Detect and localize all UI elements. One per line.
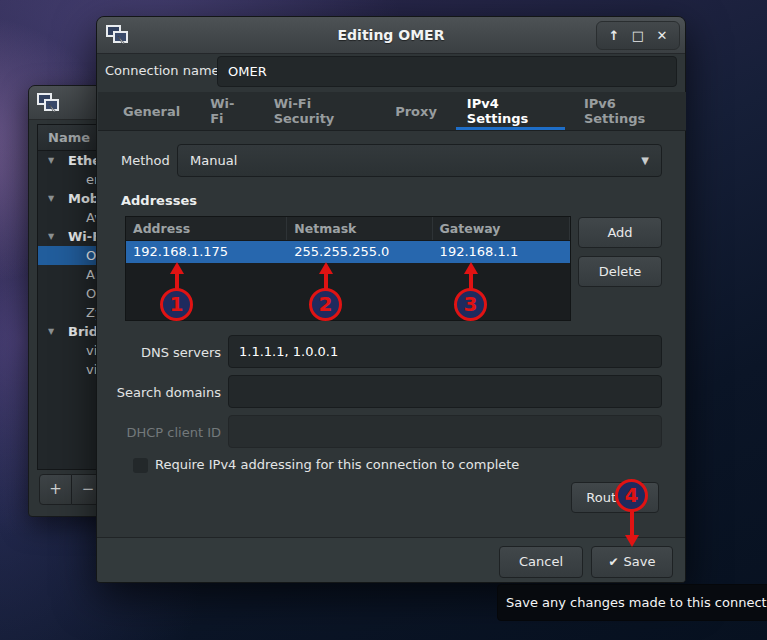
expander-icon[interactable]: ▼ <box>48 227 54 246</box>
shade-window-icon[interactable]: ↑ <box>603 25 625 47</box>
maximize-window-icon[interactable]: □ <box>627 25 649 47</box>
tab-ipv6-settings[interactable]: IPv6 Settings <box>569 92 686 130</box>
column-address[interactable]: Address <box>126 217 287 240</box>
require-ipv4-checkbox[interactable] <box>133 458 148 473</box>
annotation-marker-4: 4 <box>615 479 648 512</box>
desktop: Name ▼Ethernet enp ▼Mobile Ave ▼Wi-Fi OM… <box>0 0 767 640</box>
save-tooltip: Save any changes made to this connection… <box>497 584 767 621</box>
save-button[interactable]: ✔Save <box>591 546 673 578</box>
address-row-selected[interactable]: 192.168.1.175 255.255.255.0 192.168.1.1 <box>126 241 570 263</box>
addresses-section-label: Addresses <box>121 193 197 208</box>
annotation-marker-1: 1 <box>160 288 193 321</box>
network-manager-icon <box>36 91 60 115</box>
require-ipv4-label: Require IPv4 addressing for this connect… <box>155 457 519 472</box>
dns-servers-input[interactable]: 1.1.1.1, 1.0.0.1 <box>228 335 662 368</box>
add-address-button[interactable]: Add <box>578 217 662 248</box>
gateway-cell[interactable]: 192.168.1.1 <box>433 241 570 263</box>
method-label: Method <box>121 153 170 168</box>
delete-address-button[interactable]: Delete <box>578 256 662 287</box>
window-controls: ↑ □ ✕ <box>596 21 680 50</box>
annotation-arrow-2 <box>317 262 335 290</box>
tab-general[interactable]: General <box>108 92 195 130</box>
annotation-arrow-1 <box>168 262 186 290</box>
search-domains-input[interactable] <box>228 375 662 408</box>
settings-tabbar: General Wi-Fi Wi-Fi Security Proxy IPv4 … <box>98 92 686 131</box>
tab-wifi-security[interactable]: Wi-Fi Security <box>259 92 381 130</box>
netmask-cell[interactable]: 255.255.255.0 <box>287 241 432 263</box>
expander-icon[interactable]: ▼ <box>48 322 54 341</box>
connection-name-label: Connection name <box>105 63 220 78</box>
dialog-titlebar[interactable]: Editing OMER ↑ □ ✕ <box>97 17 685 54</box>
search-domains-label: Search domains <box>97 385 221 400</box>
expander-icon[interactable]: ▼ <box>48 189 54 208</box>
dhcp-client-id-input <box>228 415 662 448</box>
annotation-arrow-4 <box>623 511 641 547</box>
tab-ipv4-settings[interactable]: IPv4 Settings <box>452 92 569 130</box>
column-gateway[interactable]: Gateway <box>433 217 570 240</box>
annotation-arrow-3 <box>462 262 480 290</box>
dhcp-client-id-label: DHCP client ID <box>97 425 221 440</box>
cancel-button[interactable]: Cancel <box>499 546 583 578</box>
addresses-table-header: Address Netmask Gateway <box>126 217 570 241</box>
checkmark-icon: ✔ <box>609 555 619 569</box>
method-dropdown[interactable]: Manual ▼ <box>177 144 662 177</box>
annotation-marker-3: 3 <box>454 288 487 321</box>
add-connection-button[interactable]: + <box>39 474 72 505</box>
dns-servers-label: DNS servers <box>97 345 221 360</box>
chevron-down-icon: ▼ <box>641 145 649 176</box>
close-window-icon[interactable]: ✕ <box>651 25 673 47</box>
annotation-marker-2: 2 <box>309 288 342 321</box>
expander-icon[interactable]: ▼ <box>48 151 54 170</box>
column-netmask[interactable]: Netmask <box>287 217 432 240</box>
tab-proxy[interactable]: Proxy <box>380 92 452 130</box>
tab-wifi[interactable]: Wi-Fi <box>195 92 258 130</box>
connection-name-input[interactable]: OMER <box>217 56 677 87</box>
address-cell[interactable]: 192.168.1.175 <box>126 241 287 263</box>
